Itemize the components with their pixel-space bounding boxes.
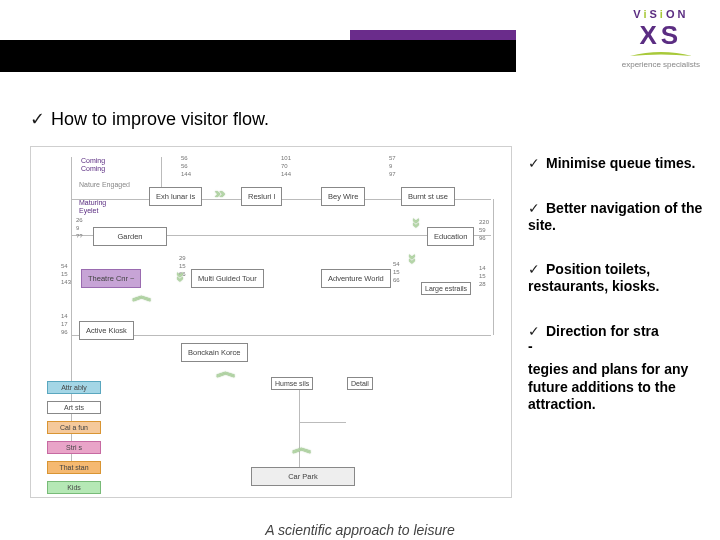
flow-diagram: Coming Coming Nature Engaged Maturing Ey… [30, 146, 512, 498]
chevron-up-icon: ︽ [216, 363, 237, 381]
dg-metric: 29 [179, 255, 186, 261]
dg-metric: 144 [181, 171, 191, 177]
legend-item: Cal a fun [47, 421, 101, 434]
dg-metric: 54 [393, 261, 400, 267]
dg-node-bon: Bonckain Korce [181, 343, 248, 362]
dg-metric: 56 [181, 155, 188, 161]
dg-node: Detail [347, 377, 373, 390]
dg-metric: 14 [479, 265, 486, 271]
dg-node-theatre: Theatre Cnr ~ [81, 269, 141, 288]
chevron-up-icon: ︽ [132, 287, 153, 305]
dg-metric: 66 [393, 277, 400, 283]
dg-node-carpark: Car Park [251, 467, 355, 486]
legend-item: Kids [47, 481, 101, 494]
decor-purple [350, 30, 516, 40]
dg-node-education: Education [427, 227, 474, 246]
check-icon: ✓ [528, 200, 540, 216]
slide-title: ✓How to improve visitor flow. [30, 108, 269, 130]
chevron-right-icon: » [214, 185, 226, 201]
legend-item: Art sts [47, 401, 101, 414]
dg-metric: 9 [389, 163, 392, 169]
bullet-item: ✓Better navigation of the site. [528, 200, 706, 234]
bullet-item-cont: tegies and plans for any future addition… [528, 361, 706, 414]
check-icon: ✓ [528, 261, 540, 277]
dg-metric: 144 [281, 171, 291, 177]
line [299, 422, 346, 423]
dg-node: Burnt st use [401, 187, 455, 206]
dg-label: Maturing [79, 199, 106, 206]
dg-node: Resluri l [241, 187, 282, 206]
dg-node-large: Large estrails [421, 282, 471, 295]
bullet-list: ✓Minimise queue times. ✓Better navigatio… [528, 155, 706, 414]
chevron-up-icon: ︽ [292, 439, 313, 457]
bullet-item: ✓Minimise queue times. [528, 155, 706, 172]
line [493, 199, 494, 335]
chevron-down-icon: » [409, 218, 425, 229]
logo-word-vision: ViSiON [622, 8, 700, 20]
dg-metric: 97 [389, 171, 396, 177]
dg-metric: 70 [281, 163, 288, 169]
dg-metric: 57 [389, 155, 396, 161]
chevron-down-icon: » [173, 272, 189, 283]
check-icon: ✓ [528, 323, 540, 339]
dg-metric: 28 [479, 281, 486, 287]
dg-node: Exh lunar is [149, 187, 202, 206]
dg-metric: 9 [76, 225, 79, 231]
dg-metric: 15 [179, 263, 186, 269]
dg-label: Eyelet [79, 207, 98, 214]
dg-node-garden: Garden [93, 227, 167, 246]
chevron-down-icon: » [405, 254, 421, 265]
dg-metric: 56 [181, 163, 188, 169]
dg-label: Coming [81, 165, 105, 172]
legend-item: Attr ably [47, 381, 101, 394]
dg-node-active: Active Kiosk [79, 321, 134, 340]
dg-metric: 59 [479, 227, 486, 233]
logo-swoosh-icon [629, 50, 693, 60]
dg-metric: 15 [61, 271, 68, 277]
check-icon: ✓ [30, 109, 45, 129]
line [71, 335, 491, 336]
bullet-item: ✓Position toilets, restaurants, kiosks. [528, 261, 706, 295]
header-bar: ViSiON XS experience specialists [0, 0, 720, 72]
dg-metric: 220 [479, 219, 489, 225]
dg-metric: 96 [61, 329, 68, 335]
dg-metric: 54 [61, 263, 68, 269]
dg-node-multi: Multi Guided Tour [191, 269, 264, 288]
dg-label: Coming [81, 157, 105, 164]
dg-node-adv: Adventure World [321, 269, 391, 288]
dg-metric: 15 [393, 269, 400, 275]
logo-xs: XS [622, 22, 700, 48]
dg-metric: 15 [479, 273, 486, 279]
decor-black [0, 40, 516, 72]
dg-metric: 26 [76, 217, 83, 223]
bullet-item: - [528, 338, 706, 356]
logo: ViSiON XS experience specialists [622, 8, 700, 69]
dg-metric: 14 [61, 313, 68, 319]
legend-item: That stan [47, 461, 101, 474]
dg-label: Nature Engaged [79, 181, 130, 188]
dg-metric: 96 [479, 235, 486, 241]
dg-metric: 101 [281, 155, 291, 161]
check-icon: ✓ [528, 155, 540, 171]
dg-metric: 17 [61, 321, 68, 327]
logo-tagline: experience specialists [622, 60, 700, 69]
dg-node: Humse sils [271, 377, 313, 390]
dg-metric: ?? [76, 233, 83, 239]
dg-metric: 143 [61, 279, 71, 285]
dg-node: Bey Wire [321, 187, 365, 206]
legend-item: Stri s [47, 441, 101, 454]
footer-text: A scientific approach to leisure [0, 522, 720, 538]
